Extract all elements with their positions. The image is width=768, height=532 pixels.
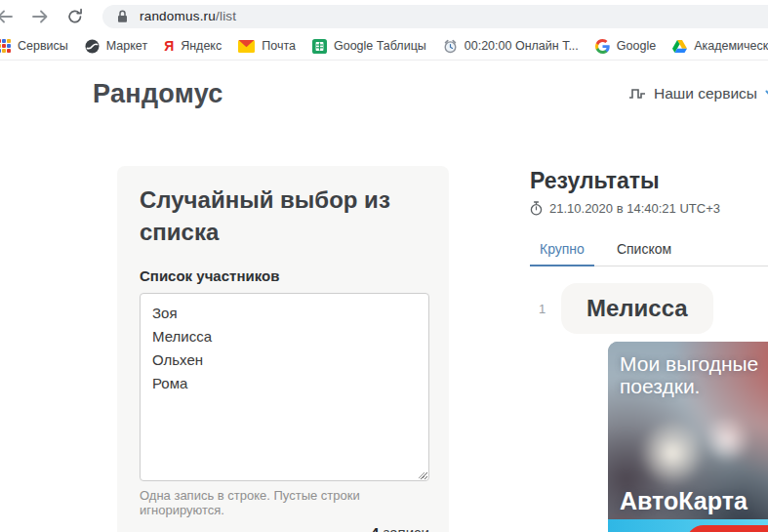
url-text: randomus.ru/list [140, 9, 236, 23]
bookmark-market[interactable]: Маркет [85, 39, 147, 54]
bookmark-yandex[interactable]: Я Яндекс [164, 39, 222, 53]
results-tabs: Крупно Списком [530, 236, 768, 266]
mail-envelope-icon [238, 40, 255, 53]
back-button[interactable] [0, 5, 17, 28]
bookmark-label: Академически [694, 39, 768, 53]
bookmark-label: Почта [262, 39, 296, 53]
bookmark-label: Яндекс [181, 39, 222, 53]
results-panel: Результаты 21.10.2020 в 14:40:21 UTC+3 К… [530, 168, 768, 334]
results-title: Результаты [530, 168, 768, 194]
ad-headline-line2: поездки. [620, 375, 758, 397]
bookmark-academic[interactable]: Академически [672, 39, 768, 53]
participants-label: Список участников [140, 267, 426, 284]
alarm-clock-icon [443, 39, 458, 54]
bookmark-label: 00:20:00 Онлайн Т... [465, 39, 579, 53]
result-rank: 1 [539, 302, 548, 316]
globe-icon [85, 39, 100, 54]
bookmarks-bar: Сервисы Маркет Я Яндекс Почта Google Таб… [0, 32, 768, 61]
bookmark-mail[interactable]: Почта [238, 39, 296, 53]
lock-icon[interactable] [117, 10, 128, 23]
ad-headline: Мои выгодные поездки. [620, 352, 758, 397]
sheets-icon [312, 39, 327, 54]
url-domain: randomus.ru [140, 9, 216, 23]
yandex-ya-icon: Я [164, 39, 174, 53]
browser-toolbar: randomus.ru/list [0, 0, 768, 32]
ad-banner[interactable]: Мои выгодные поездки. АвтоКарта [608, 342, 768, 532]
tab-large-view[interactable]: Крупно [530, 236, 594, 266]
pulse-wave-icon [628, 87, 646, 101]
url-path: /list [216, 9, 236, 23]
bookmark-google[interactable]: Google [595, 39, 656, 54]
bookmark-label: Google [617, 39, 656, 53]
bookmark-google-sheets[interactable]: Google Таблицы [312, 39, 426, 54]
entries-count-label: записи [379, 524, 429, 532]
back-arrow-icon [0, 7, 15, 26]
entries-count-value: 4 [371, 524, 379, 532]
forward-arrow-icon [30, 7, 50, 26]
ad-headline-line1: Мои выгодные [620, 352, 758, 375]
bookmark-online-timer[interactable]: 00:20:00 Онлайн Т... [443, 39, 579, 54]
input-hint: Одна запись в строке. Пустые строки игно… [140, 488, 426, 517]
tab-list-view[interactable]: Списком [607, 236, 681, 266]
random-choice-card: Случайный выбор из списка Список участни… [117, 166, 449, 532]
result-value: Мелисса [561, 283, 713, 334]
services-menu-label: Наши сервисы [654, 85, 757, 102]
card-title: Случайный выбор из списка [140, 184, 423, 248]
site-logo[interactable]: Рандомус [93, 79, 223, 109]
bookmark-label: Маркет [106, 39, 147, 53]
bookmark-services[interactable]: Сервисы [2, 39, 68, 53]
ad-cta-button[interactable] [686, 525, 768, 532]
bookmark-label: Google Таблицы [334, 39, 426, 53]
timestamp-text: 21.10.2020 в 14:40:21 UTC+3 [549, 201, 720, 216]
result-row: 1 Мелисса [530, 283, 768, 334]
bookmark-label: Сервисы [18, 39, 68, 53]
reload-icon [66, 8, 84, 25]
participants-input[interactable]: Зоя Мелисса Ольхен Рома [140, 293, 429, 481]
google-g-icon [595, 39, 610, 54]
services-menu[interactable]: Наши сервисы [628, 85, 768, 102]
ad-brand: АвтоКарта [620, 487, 748, 515]
forward-button[interactable] [28, 5, 52, 28]
entries-count: 4 записи [140, 524, 429, 532]
stopwatch-icon [530, 201, 543, 216]
reload-button[interactable] [63, 5, 87, 28]
drive-icon [672, 40, 687, 53]
apps-grid-icon [0, 39, 11, 53]
address-bar[interactable]: randomus.ru/list [102, 5, 768, 28]
results-timestamp: 21.10.2020 в 14:40:21 UTC+3 [530, 201, 768, 216]
